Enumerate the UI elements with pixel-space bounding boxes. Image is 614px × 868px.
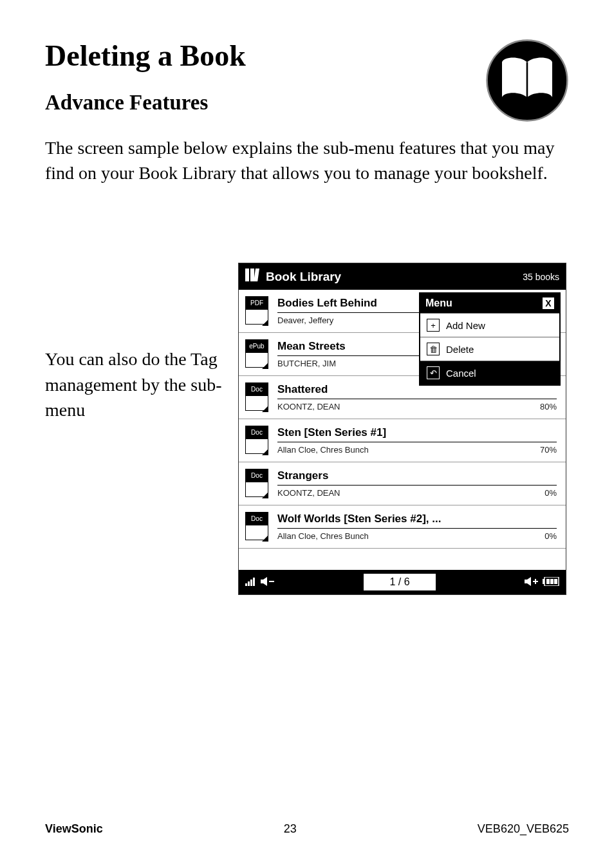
format-badge: Doc [245,382,268,395]
device-screenshot: Book Library 35 books PDFBodies Left Beh… [238,263,566,595]
format-badge: Doc [245,469,268,482]
library-header: Book Library 35 books [239,263,566,290]
book-title: Strangers [277,469,557,482]
signal-icon [245,577,257,588]
svg-rect-6 [248,581,250,586]
svg-rect-10 [269,581,274,582]
menu-item-label: Add New [446,320,485,331]
footer-page-number: 23 [284,822,297,836]
svg-marker-9 [261,577,267,586]
menu-item-icon: 🗑 [427,343,440,355]
context-menu: Menu X +Add New🗑Delete↶Cancel [419,292,561,386]
book-row[interactable]: DocSten [Sten Series #1]Allan Cloe, Chre… [239,419,566,462]
svg-rect-16 [546,579,550,584]
book-thumb: ePub [245,339,271,369]
menu-item-icon: + [427,319,440,332]
book-progress: 0% [544,531,557,541]
book-author: BUTCHER, JIM [277,359,336,368]
footer-model: VEB620_VEB625 [478,822,569,836]
vol-down-icon[interactable] [261,577,275,588]
book-title: Wolf Worlds [Sten Series #2], ... [277,513,557,525]
menu-header: Menu X [420,294,559,313]
vol-up-icon[interactable] [525,577,539,588]
menu-item[interactable]: 🗑Delete [420,337,559,361]
book-author: KOONTZ, DEAN [277,402,340,411]
format-badge: Doc [245,426,268,439]
menu-item[interactable]: +Add New [420,313,559,337]
battery-icon [543,577,559,588]
page-indicator: 1 / 6 [364,574,435,590]
book-row[interactable]: DocStrangersKOONTZ, DEAN0% [239,462,566,505]
menu-item-icon: ↶ [427,366,440,379]
footer-brand: ViewSonic [45,822,103,836]
svg-rect-4 [254,269,259,281]
book-logo-icon [485,39,569,122]
svg-rect-8 [253,578,255,586]
svg-marker-11 [525,577,531,586]
svg-rect-5 [245,583,247,586]
book-thumb: PDF [245,296,271,326]
book-title: Sten [Sten Series #1] [277,426,557,439]
library-title: Book Library [266,270,523,284]
svg-rect-7 [250,580,252,586]
menu-item-label: Cancel [446,368,476,379]
book-author: KOONTZ, DEAN [277,488,340,498]
book-author: Allan Cloe, Chres Bunch [277,445,369,455]
book-thumb: Doc [245,512,271,542]
book-thumb: Doc [245,426,271,455]
format-badge: PDF [245,296,268,309]
svg-rect-17 [550,579,554,584]
book-thumb: Doc [245,382,271,412]
svg-rect-2 [245,269,249,281]
menu-close-button[interactable]: X [543,297,554,309]
format-badge: ePub [245,339,268,352]
menu-item-label: Delete [446,344,474,355]
format-badge: Doc [245,512,268,525]
svg-rect-18 [554,579,557,584]
menu-title: Menu [425,297,452,309]
device-footer: 1 / 6 [239,570,566,594]
svg-rect-13 [535,579,536,584]
library-icon [245,269,259,285]
menu-item[interactable]: ↶Cancel [420,361,559,384]
body-paragraph: The screen sample below explains the sub… [45,135,569,185]
book-row[interactable]: DocWolf Worlds [Sten Series #2], ...Alla… [239,505,566,548]
book-author: Deaver, Jeffery [277,316,333,325]
side-note: You can also do the Tag management by th… [45,263,225,595]
document-footer: ViewSonic 23 VEB620_VEB625 [45,822,569,836]
book-thumb: Doc [245,469,271,498]
book-author: Allan Cloe, Chres Bunch [277,531,369,541]
library-count: 35 books [523,272,559,282]
book-progress: 0% [544,488,557,498]
book-progress: 70% [540,445,557,455]
book-progress: 80% [540,402,557,411]
svg-rect-3 [250,269,254,281]
